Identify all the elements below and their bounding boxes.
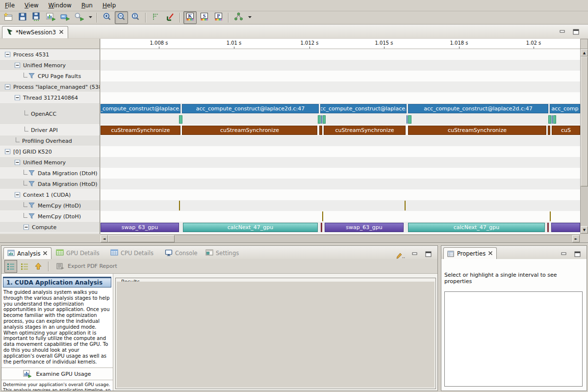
maximize-icon[interactable] (425, 250, 432, 259)
collapse-minus-icon[interactable] (15, 60, 20, 70)
close-tab-icon[interactable] (43, 250, 48, 257)
back-up-button[interactable] (32, 260, 45, 273)
timeline-row-label[interactable]: Context 1 (CUDA) (0, 189, 100, 200)
tab-console[interactable]: Console (161, 247, 204, 259)
graph-dropdown[interactable] (246, 11, 253, 24)
examine-gpu-usage-button[interactable]: Examine GPU Usage (1, 367, 113, 380)
timeline-row-label[interactable]: MemCpy (DtoH) (0, 211, 100, 222)
collapse-minus-icon[interactable] (15, 157, 20, 167)
compute-kernel-interval[interactable] (321, 223, 322, 232)
run-application-button[interactable] (58, 11, 72, 24)
tab-cpu-details[interactable]: CPU Details (107, 247, 159, 259)
horizontal-scrollbar[interactable]: ◄ ► (101, 235, 580, 242)
stream-colors-button[interactable]: S (198, 11, 211, 24)
generate-timeline-button[interactable] (44, 11, 57, 24)
menu-item-file[interactable]: File (0, 1, 20, 10)
tab-analysis[interactable]: Analysis (3, 247, 51, 260)
vertical-scroll-thumb[interactable] (581, 56, 588, 186)
save-all-button[interactable] (30, 11, 43, 24)
maximize-icon[interactable] (574, 250, 581, 259)
menu-item-help[interactable]: Help (98, 1, 121, 10)
menu-item-window[interactable]: Window (44, 1, 77, 10)
openacc-event-mark[interactable] (321, 115, 322, 124)
timeline-row-label[interactable]: MemCpy (HtoD) (0, 200, 100, 211)
timeline-row-label[interactable]: Process 4531 (0, 49, 100, 60)
driver-api-interval[interactable] (548, 126, 550, 135)
collapse-minus-icon[interactable] (24, 222, 29, 232)
timeline-row-label[interactable]: Profiling Overhead (0, 135, 100, 146)
compute-kernel-interval[interactable]: calcNext_47_gpu (183, 223, 318, 232)
close-tab-icon[interactable] (59, 29, 64, 36)
unguided-analysis-toggle[interactable] (18, 260, 31, 273)
minimize-icon[interactable] (412, 250, 418, 259)
horizontal-scroll-thumb[interactable] (108, 235, 175, 242)
vertical-scrollbar[interactable]: ▲ ▼ (580, 49, 588, 234)
timeline-canvas[interactable]: c_compute_construct@laplace...acc_comput… (101, 49, 580, 234)
openacc-event-mark[interactable] (552, 115, 553, 124)
driver-api-interval[interactable]: cuS (552, 126, 580, 135)
scroll-down-button[interactable]: ▼ (581, 226, 588, 234)
openacc-event-mark[interactable] (553, 115, 556, 124)
timeline-row-label[interactable]: Compute (0, 222, 100, 233)
collapse-minus-icon[interactable] (5, 82, 10, 91)
menu-item-run[interactable]: Run (77, 1, 98, 10)
scroll-right-button[interactable]: ► (572, 235, 580, 242)
openacc-interval[interactable]: acc_compute_construct@laplace... (320, 104, 407, 113)
driver-api-interval[interactable] (319, 126, 322, 135)
timeline-row-label[interactable]: Data Migration (DtoH) (0, 168, 100, 179)
timeline-row-label[interactable]: Data Migration (HtoD) (0, 179, 100, 189)
timeline-row-label[interactable]: Driver API (0, 125, 100, 135)
timeline-row-label[interactable]: Unified Memory (0, 60, 100, 71)
tab-gpu-details[interactable]: GPU Details (52, 247, 105, 259)
timeline-row-label[interactable]: [0] GRID K520 (0, 146, 100, 157)
compute-kernel-interval[interactable] (551, 223, 580, 232)
compute-kernel-interval[interactable]: swap_63_gpu (101, 223, 179, 232)
scroll-up-button[interactable]: ▲ (581, 49, 588, 56)
timeline-row-label[interactable]: Unified Memory (0, 157, 100, 168)
openacc-interval[interactable]: c_compute_construct@laplace... (101, 104, 180, 113)
tab-settings[interactable]: Settings (202, 247, 245, 259)
collapse-minus-icon[interactable] (15, 190, 20, 199)
driver-api-interval[interactable]: cuStreamSynchronize (324, 126, 406, 135)
timeline-row-label[interactable]: Thread 3172140864 (0, 92, 100, 103)
minimize-icon[interactable] (561, 250, 567, 259)
driver-api-interval[interactable]: cuStreamSynchronize (101, 126, 180, 135)
run-analysis-button[interactable] (73, 11, 86, 24)
reset-view-button[interactable] (163, 11, 177, 24)
export-pdf-report-button[interactable]: Export PDF Report (56, 262, 117, 270)
close-tab-icon[interactable] (488, 250, 493, 257)
openacc-interval[interactable]: acc_compute_construct@laplace2d.c:47 (408, 104, 548, 113)
memcpy-dtoh-tick[interactable] (550, 211, 551, 221)
timeline-row-label[interactable]: CPU Page Faults (0, 71, 100, 81)
run-dropdown[interactable] (87, 11, 94, 24)
memcpy-dtoh-tick[interactable] (322, 211, 323, 221)
process-colors-button[interactable]: P (212, 11, 225, 24)
guided-analysis-toggle[interactable] (4, 260, 17, 273)
driver-api-interval[interactable]: cuStreamSynchronize (182, 126, 317, 135)
openacc-interval[interactable]: acc_compute_construct@laplace2d.c:47 (182, 104, 319, 113)
maximize-icon[interactable] (573, 27, 579, 37)
compute-kernel-interval[interactable]: calcNext_47_gpu (408, 223, 545, 232)
new-session-button[interactable] (1, 11, 15, 24)
mark-timeline-button[interactable] (149, 11, 162, 24)
view-menu-icon[interactable]: .. (395, 250, 405, 259)
memcpy-htod-tick[interactable] (405, 201, 406, 210)
collapse-minus-icon[interactable] (5, 50, 10, 59)
zoom-fit-button[interactable] (129, 11, 142, 24)
zoom-out-button[interactable] (115, 11, 128, 24)
openacc-event-mark[interactable] (318, 115, 321, 124)
save-button[interactable] (16, 11, 29, 24)
scroll-left-button[interactable]: ◄ (101, 235, 108, 242)
memcpy-htod-tick[interactable] (179, 201, 180, 210)
dependency-graph-button[interactable] (232, 11, 245, 24)
openacc-interval[interactable]: acc_comp (550, 104, 580, 113)
compute-kernel-interval[interactable]: swap_63_gpu (325, 223, 404, 232)
collapse-minus-icon[interactable] (5, 147, 10, 156)
openacc-event-mark[interactable] (323, 115, 326, 124)
driver-api-interval[interactable]: cuStreamSynchronize (408, 126, 546, 135)
menu-item-view[interactable]: View (20, 1, 43, 10)
collapse-minus-icon[interactable] (15, 93, 20, 102)
openacc-event-mark[interactable] (548, 115, 551, 124)
openacc-event-mark[interactable] (408, 115, 411, 124)
openacc-event-mark[interactable] (407, 115, 408, 124)
